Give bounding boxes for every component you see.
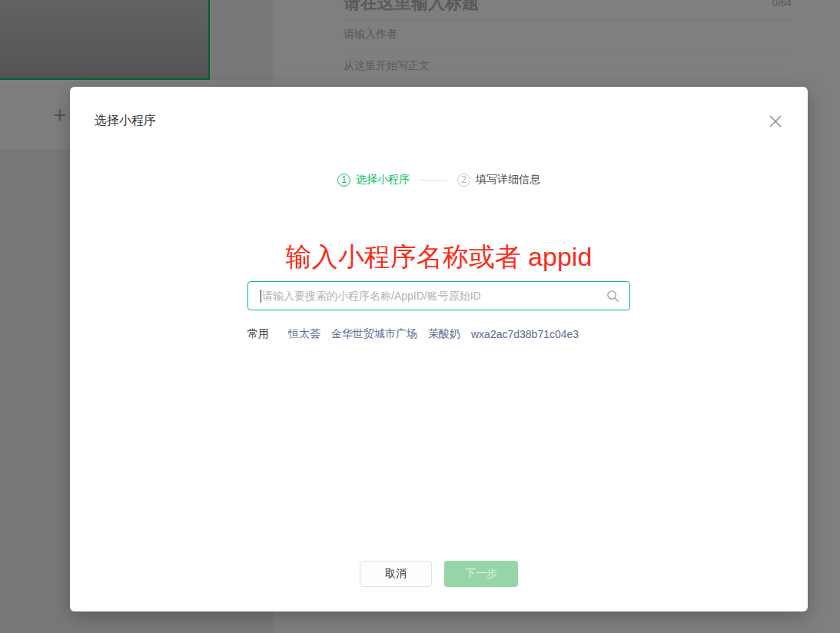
frequently-used-row: 常用 恒太荟 金华世贸城市广场 茉酸奶 wxa2ac7d38b71c04e3 — [247, 327, 579, 341]
hint-heading: 输入小程序名称或者 appid — [70, 243, 808, 270]
common-item-jinhua-shimao[interactable]: 金华世贸城市广场 — [331, 327, 417, 341]
cancel-button[interactable]: 取消 — [360, 561, 432, 587]
step-1-select-miniprogram: 1 选择小程序 — [337, 173, 410, 187]
select-miniprogram-modal: 选择小程序 1 选择小程序 2 填写详细信息 输入小程序名称或者 appid 常… — [70, 87, 808, 611]
close-icon[interactable] — [767, 113, 784, 130]
step-indicator: 1 选择小程序 2 填写详细信息 — [70, 173, 808, 187]
step-2-number: 2 — [457, 174, 470, 187]
next-step-button[interactable]: 下一步 — [444, 561, 518, 587]
step-connector — [420, 180, 447, 181]
miniprogram-search-box — [247, 281, 630, 310]
text-caret — [261, 290, 261, 303]
step-2-label: 填写详细信息 — [476, 173, 540, 187]
common-item-appid[interactable]: wxa2ac7d38b71c04e3 — [471, 328, 579, 340]
modal-footer: 取消 下一步 — [70, 561, 808, 587]
step-1-label: 选择小程序 — [356, 173, 410, 187]
common-item-hengtaihui[interactable]: 恒太荟 — [288, 327, 320, 341]
step-2-fill-details: 2 填写详细信息 — [457, 173, 540, 187]
search-icon[interactable] — [606, 290, 619, 303]
step-1-number: 1 — [337, 174, 350, 187]
common-item-mosuannai[interactable]: 茉酸奶 — [428, 327, 460, 341]
modal-title: 选择小程序 — [95, 114, 156, 127]
miniprogram-search-input[interactable] — [248, 282, 629, 310]
frequently-used-label: 常用 — [247, 327, 269, 341]
